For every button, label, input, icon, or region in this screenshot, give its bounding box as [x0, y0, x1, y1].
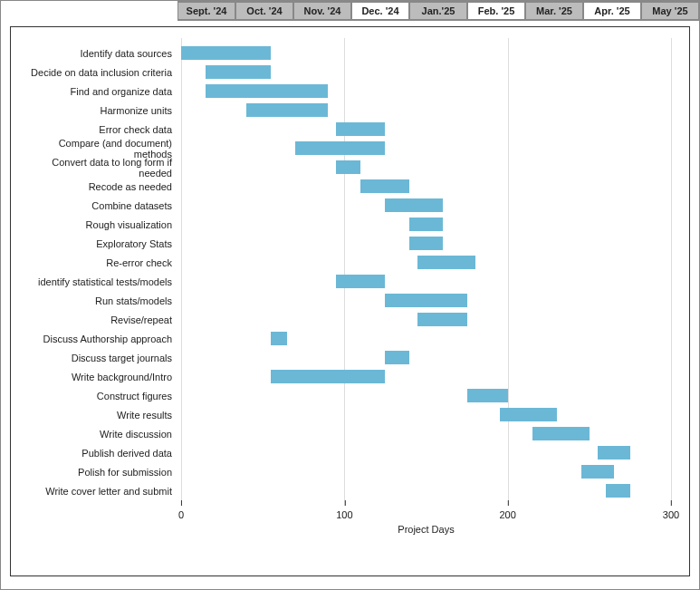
task-label: Convert data to long form if needed — [20, 157, 181, 179]
gantt-row: Polish for submission — [181, 462, 671, 481]
task-label: Combine datasets — [20, 200, 181, 211]
gantt-row: Re-error check — [181, 253, 671, 272]
gantt-row: Decide on data inclusion criteria — [181, 63, 671, 82]
plot-area: Project Days 0100200300Identify data sou… — [181, 44, 671, 500]
x-tick-label: 300 — [663, 500, 679, 520]
x-tick-label: 100 — [336, 500, 352, 520]
task-bar — [206, 84, 328, 98]
task-label: Construct figures — [20, 391, 181, 401]
timeline-month: Jan.'25 — [409, 3, 467, 19]
gantt-row: Run stats/models — [181, 291, 671, 310]
task-bar — [417, 256, 475, 269]
timeline-month: Mar. '25 — [525, 3, 583, 19]
gantt-row: Find and organize data — [181, 82, 671, 101]
timeline-month: Dec. '24 — [351, 3, 409, 19]
task-bar — [409, 237, 442, 250]
gantt-row: Write results — [181, 405, 671, 424]
grid-line — [671, 38, 672, 506]
gantt-row: Rough visualization — [181, 215, 671, 234]
timeline-month: Nov. '24 — [293, 3, 351, 19]
gantt-row: Combine datasets — [181, 196, 671, 215]
task-label: Polish for submission — [20, 467, 181, 478]
task-bar — [246, 103, 328, 117]
task-label: Write results — [20, 410, 181, 421]
task-label: Find and organize data — [20, 86, 181, 97]
task-bar — [532, 427, 590, 440]
gantt-row: Construct figures — [181, 386, 671, 405]
task-label: Recode as needed — [20, 181, 181, 192]
timeline-month: Feb. '25 — [467, 3, 525, 19]
timeline-month: Oct. '24 — [235, 3, 293, 19]
gantt-row: Write background/Intro — [181, 367, 671, 386]
gantt-row: Recode as needed — [181, 177, 671, 196]
gantt-row: Harmonize units — [181, 101, 671, 120]
gantt-row: Write discussion — [181, 424, 671, 443]
x-tick-label: 0 — [178, 500, 184, 520]
task-label: Harmonize units — [20, 105, 181, 116]
chart-frame: Sept. '24Oct. '24Nov. '24Dec. '24Jan.'25… — [0, 0, 700, 590]
task-bar — [385, 294, 466, 307]
task-bar — [385, 351, 409, 364]
gantt-row: identify statistical tests/models — [181, 272, 671, 291]
task-label: Rough visualization — [20, 219, 181, 230]
task-bar — [467, 389, 508, 402]
task-label: Identify data sources — [20, 48, 181, 59]
task-label: Re-error check — [20, 257, 181, 268]
task-bar — [181, 46, 271, 60]
gantt-row: Publish derived data — [181, 443, 671, 462]
task-bar — [417, 313, 466, 326]
task-bar — [500, 408, 557, 421]
task-bar — [385, 198, 442, 212]
task-bar — [295, 141, 385, 155]
task-label: Run stats/models — [20, 295, 181, 306]
task-label: Write background/Intro — [20, 372, 181, 382]
task-label: Discuss Authorship approach — [20, 334, 181, 344]
task-bar — [206, 65, 271, 79]
gantt-row: Discuss target journals — [181, 348, 671, 367]
task-bar — [598, 446, 630, 459]
task-bar — [271, 370, 385, 383]
gantt-row: Revise/repeat — [181, 310, 671, 329]
gantt-row: Error check data — [181, 120, 671, 139]
task-label: Revise/repeat — [20, 314, 181, 325]
task-label: Write discussion — [20, 429, 181, 440]
task-bar — [409, 218, 442, 231]
gantt-row: Write cover letter and submit — [181, 481, 671, 500]
task-bar — [606, 484, 630, 498]
x-tick-label: 200 — [499, 500, 515, 520]
x-axis-label: Project Days — [181, 524, 671, 535]
task-label: Write cover letter and submit — [20, 486, 181, 497]
gantt-row: Identify data sources — [181, 44, 671, 63]
task-label: Decide on data inclusion criteria — [20, 67, 181, 78]
task-label: Error check data — [20, 124, 181, 135]
month-timeline: Sept. '24Oct. '24Nov. '24Dec. '24Jan.'25… — [177, 1, 699, 21]
plot-wrap: Project Days 0100200300Identify data sou… — [10, 26, 690, 576]
gantt-row: Convert data to long form if needed — [181, 158, 671, 177]
gantt-row: Compare (and document) methods — [181, 139, 671, 158]
task-label: Publish derived data — [20, 448, 181, 459]
task-bar — [336, 122, 385, 136]
task-bar — [336, 275, 385, 288]
task-bar — [271, 332, 287, 345]
timeline-month: May '25 — [641, 3, 699, 19]
task-label: identify statistical tests/models — [20, 276, 181, 287]
task-bar — [581, 465, 614, 479]
timeline-month: Apr. '25 — [583, 3, 641, 19]
gantt-row: Exploratory Stats — [181, 234, 671, 253]
task-bar — [336, 160, 360, 174]
gantt-row: Discuss Authorship approach — [181, 329, 671, 348]
task-bar — [360, 179, 409, 193]
task-label: Discuss target journals — [20, 353, 181, 363]
timeline-month: Sept. '24 — [177, 3, 235, 19]
task-label: Exploratory Stats — [20, 238, 181, 249]
